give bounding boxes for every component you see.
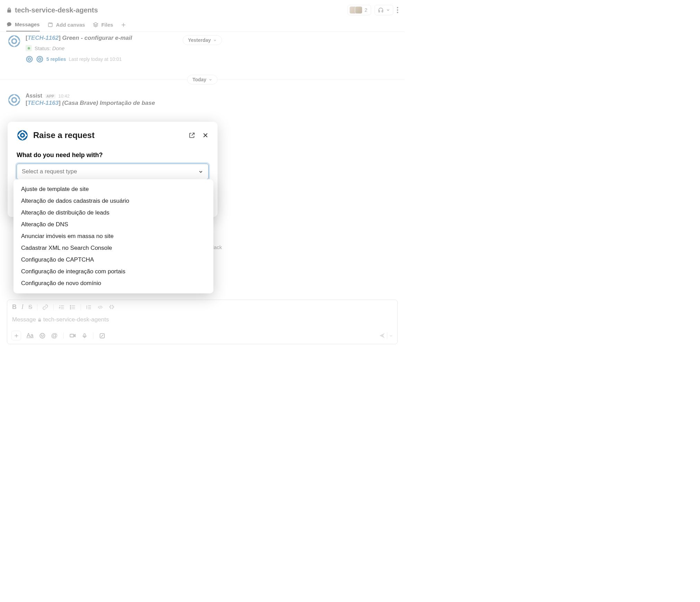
chevron-down-icon[interactable]	[389, 334, 393, 338]
message-input[interactable]: Message tech-service-desk-agents	[7, 314, 397, 328]
tab-label: Messages	[15, 21, 40, 27]
dropdown-option[interactable]: Configuração de novo domínio	[13, 277, 213, 289]
open-external-button[interactable]	[188, 132, 195, 139]
date-label: Yesterday	[188, 37, 211, 43]
tab-label: Files	[101, 22, 113, 28]
assist-avatar-icon	[8, 35, 21, 48]
dropdown-option[interactable]: Anunciar imóveis em massa no site	[13, 230, 213, 242]
assist-icon	[17, 129, 28, 141]
code-icon[interactable]	[97, 305, 104, 310]
message-author[interactable]: Assist	[26, 93, 42, 99]
svg-point-8	[37, 56, 43, 62]
ticket-link[interactable]: TECH-1163	[28, 100, 59, 106]
modal-title: Raise a request	[33, 130, 94, 140]
message: Assist APP 10:42 [TECH-1163] (Casa Brave…	[0, 91, 405, 109]
video-icon[interactable]	[69, 332, 76, 339]
chevron-down-icon	[209, 78, 212, 82]
reply-count[interactable]: 5 replies	[46, 56, 66, 62]
composer-placeholder-channel: tech-service-desk-agents	[43, 316, 109, 323]
format-toggle[interactable]: Aa	[27, 332, 34, 339]
svg-point-17	[40, 333, 45, 338]
message-time: 10:42	[58, 93, 70, 99]
tab-label: Add canvas	[56, 22, 85, 28]
svg-point-11	[12, 98, 16, 102]
svg-point-1	[397, 9, 398, 11]
attach-button[interactable]	[11, 331, 21, 340]
files-icon	[93, 22, 99, 28]
svg-point-2	[397, 12, 398, 13]
tab-messages[interactable]: Messages	[6, 21, 40, 31]
svg-point-19	[43, 335, 44, 336]
composer-placeholder-prefix: Message	[12, 316, 36, 323]
dropdown-option[interactable]: Cadastrar XML no Search Console	[13, 242, 213, 254]
date-divider-today[interactable]: Today	[187, 75, 217, 84]
plus-icon	[121, 22, 126, 28]
date-label: Today	[192, 77, 206, 82]
svg-rect-21	[84, 334, 85, 337]
date-divider-yesterday[interactable]: Yesterday	[183, 35, 222, 45]
svg-point-13	[21, 134, 24, 137]
svg-point-0	[397, 7, 398, 8]
lock-icon	[37, 318, 42, 322]
svg-point-5	[12, 39, 16, 43]
svg-point-14	[70, 305, 71, 306]
message-list: [TECH-1162] Green - configurar e-mail St…	[0, 32, 405, 109]
channel-header: tech-service-desk-agents 2	[0, 0, 405, 17]
ticket-link[interactable]: TECH-1162	[28, 35, 59, 41]
svg-point-6	[27, 56, 33, 62]
dropdown-option[interactable]: Configuração de integração com portais	[13, 266, 213, 277]
message-subject: Green - configurar e-mail	[62, 35, 132, 41]
external-link-icon	[188, 132, 195, 139]
bold-button[interactable]: B	[12, 303, 17, 311]
avatar	[355, 6, 362, 14]
blockquote-icon[interactable]	[86, 304, 92, 310]
svg-point-16	[70, 308, 71, 309]
dropdown-option[interactable]: Ajuste de template de site	[13, 183, 213, 195]
huddle-button[interactable]	[375, 5, 393, 15]
codeblock-icon[interactable]	[109, 304, 115, 310]
add-tab-button[interactable]	[121, 22, 126, 31]
status-indicator	[26, 45, 32, 51]
partial-text: lack	[213, 244, 222, 250]
tab-files[interactable]: Files	[93, 22, 113, 31]
dropdown-option[interactable]: Alteração de DNS	[13, 219, 213, 230]
channel-title[interactable]: tech-service-desk-agents	[15, 6, 98, 14]
members-button[interactable]: 2	[348, 5, 371, 15]
close-modal-button[interactable]	[202, 132, 209, 138]
reply-meta: Last reply today at 10:01	[69, 56, 122, 62]
bullet-list-icon[interactable]	[70, 304, 76, 310]
dropdown-option[interactable]: Alteração de distribuição de leads	[13, 207, 213, 219]
emoji-icon[interactable]	[39, 332, 46, 339]
strikethrough-button[interactable]: S	[28, 304, 32, 311]
assist-avatar-icon	[8, 93, 21, 107]
chat-icon	[6, 21, 12, 27]
italic-button[interactable]: I	[21, 303, 24, 311]
ordered-list-icon[interactable]	[58, 304, 65, 310]
app-badge: APP	[45, 94, 56, 99]
close-icon	[202, 132, 209, 138]
chevron-down-icon	[213, 38, 217, 42]
link-icon[interactable]	[42, 304, 48, 310]
channel-tabs: Messages Add canvas Files	[0, 17, 405, 32]
request-type-select[interactable]: Select a request type	[17, 164, 209, 180]
svg-point-18	[41, 335, 42, 336]
chevron-down-icon	[198, 169, 203, 174]
mic-icon[interactable]	[82, 333, 88, 339]
request-type-dropdown: Ajuste de template de site Alteração de …	[13, 179, 213, 293]
kebab-icon	[397, 7, 398, 13]
lock-icon	[6, 7, 12, 13]
dropdown-option[interactable]: Configuração de CAPTCHA	[13, 254, 213, 266]
message-composer: B I S Message tech-service-desk-agents A…	[7, 300, 398, 344]
send-icon[interactable]	[379, 332, 386, 339]
format-toolbar: B I S	[7, 300, 397, 314]
svg-point-9	[39, 58, 41, 61]
mention-button[interactable]: @	[51, 332, 58, 339]
plus-icon	[14, 333, 19, 338]
more-actions-button[interactable]	[397, 7, 398, 13]
dropdown-option[interactable]: Alteração de dados cadastrais de usuário	[13, 195, 213, 207]
members-count: 2	[365, 7, 367, 13]
shortcut-icon[interactable]	[99, 332, 105, 339]
svg-point-15	[70, 307, 71, 307]
assist-mini-icon	[26, 55, 33, 63]
tab-add-canvas[interactable]: Add canvas	[47, 22, 85, 31]
